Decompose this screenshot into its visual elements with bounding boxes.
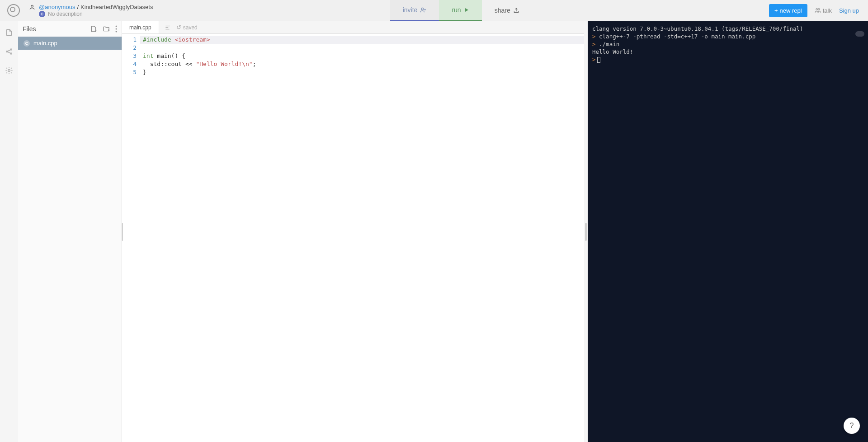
terminal[interactable]: clang version 7.0.0-3~ubuntu0.18.04.1 (t… [588,21,868,442]
repl-name[interactable]: KindheartedWigglyDatasets [80,4,153,10]
files-label: Files [23,25,36,33]
svg-rect-13 [165,28,169,29]
invite-button[interactable]: invite [390,0,439,21]
file-panel: Files C main.cpp [18,21,122,442]
file-item-label: main.cpp [33,40,57,47]
svg-rect-12 [165,27,168,28]
code-editor[interactable]: 1 2 3 4 5 #include <iostream> int main()… [122,34,584,442]
main: Files C main.cpp main.cpp [0,21,868,442]
svg-point-7 [8,70,10,72]
editor-terminal-splitter[interactable] [584,21,588,442]
svg-point-9 [116,28,117,30]
signup-link[interactable]: Sign up [839,7,859,14]
term-line: Hello World! [592,48,863,56]
saved-indicator: ↺ saved [176,24,198,31]
talk-link[interactable]: talk [815,7,832,14]
share-button[interactable]: share [482,0,532,21]
svg-point-8 [116,26,117,27]
left-rail [0,21,18,442]
files-tab-icon[interactable] [5,28,13,37]
tab-main-cpp[interactable]: main.cpp [122,21,159,33]
code-line-2[interactable] [140,44,584,52]
play-icon [464,7,469,13]
share-tab-icon[interactable] [5,47,13,56]
replit-logo[interactable] [7,4,20,17]
new-file-icon[interactable] [90,25,97,33]
file-panel-header: Files [18,21,122,37]
svg-point-2 [816,9,818,10]
code-line-5[interactable]: } [140,68,584,76]
file-item-main-cpp[interactable]: C main.cpp [18,37,122,50]
svg-point-10 [116,31,117,33]
term-line: > clang++-7 -pthread -std=c++17 -o main … [592,33,863,40]
new-repl-button[interactable]: + new repl [769,4,807,17]
header: @anonymous/KindheartedWigglyDatasets C N… [0,0,868,21]
share-icon [513,7,519,14]
svg-point-6 [10,53,12,54]
cursor-icon [597,57,600,63]
run-button[interactable]: run [439,0,481,21]
term-line: clang version 7.0.0-3~ubuntu0.18.04.1 (t… [592,25,863,33]
history-icon: ↺ [176,24,181,31]
splitter-handle-icon [585,223,587,241]
code-line-4[interactable]: std::cout << "Hello World!\n"; [140,60,584,68]
repl-path: @anonymous/KindheartedWigglyDatasets C N… [29,4,153,17]
format-icon[interactable] [165,24,171,31]
plus-icon: + [774,7,778,14]
svg-point-5 [10,49,12,50]
header-center-buttons: invite run share [390,0,532,21]
new-folder-icon[interactable] [103,25,110,33]
line-gutter: 1 2 3 4 5 [122,34,140,442]
tab-label: main.cpp [129,24,151,31]
file-menu-icon[interactable] [115,25,117,33]
svg-point-4 [6,51,8,52]
help-button[interactable]: ? [844,418,860,434]
editor-tabs: main.cpp ↺ saved [122,21,584,34]
people-icon [815,7,821,14]
code-line-1[interactable]: #include <iostream> [140,36,584,44]
code-area[interactable]: #include <iostream> int main() { std::co… [140,34,584,442]
term-line: > ./main [592,40,863,48]
cpp-file-icon: C [24,40,30,47]
repl-description: No description [48,11,83,17]
term-prompt[interactable]: > [592,56,863,63]
file-panel-resize-handle[interactable] [122,223,123,241]
cpp-lang-icon: C [39,11,45,17]
svg-point-3 [818,9,820,10]
editor-panel: main.cpp ↺ saved 1 2 3 4 5 #inclu [122,21,584,442]
code-line-3[interactable]: int main() { [140,52,584,60]
svg-point-0 [31,5,33,7]
svg-point-1 [421,8,424,10]
terminal-toggle[interactable] [855,31,864,37]
header-right: + new repl talk Sign up [769,4,868,17]
user-link[interactable]: @anonymous [39,4,75,10]
svg-rect-11 [165,25,170,26]
settings-tab-icon[interactable] [5,66,13,75]
avatar-icon [29,4,35,10]
person-plus-icon [420,7,426,13]
